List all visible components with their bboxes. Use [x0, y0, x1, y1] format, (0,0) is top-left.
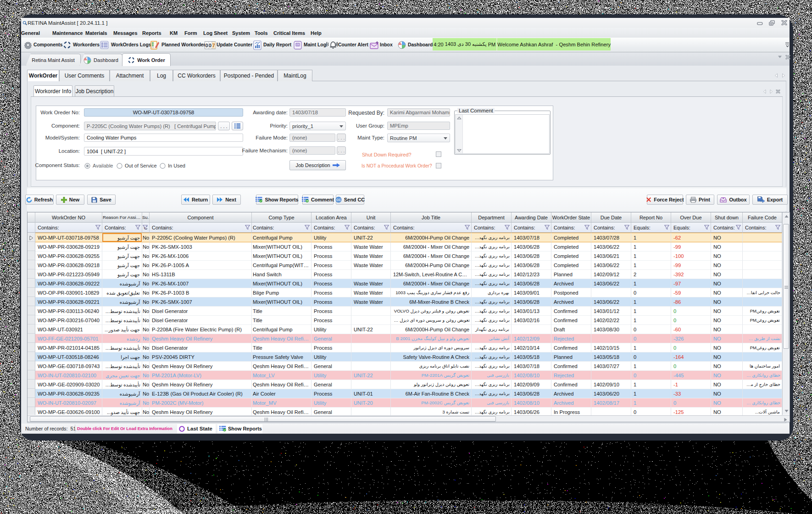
svg-text:LOG: LOG [295, 44, 300, 46]
svg-text:0: 0 [205, 43, 208, 48]
svg-text:CC: CC [336, 198, 341, 201]
svg-text:7: 7 [212, 43, 215, 48]
svg-text:0: 0 [209, 43, 211, 48]
